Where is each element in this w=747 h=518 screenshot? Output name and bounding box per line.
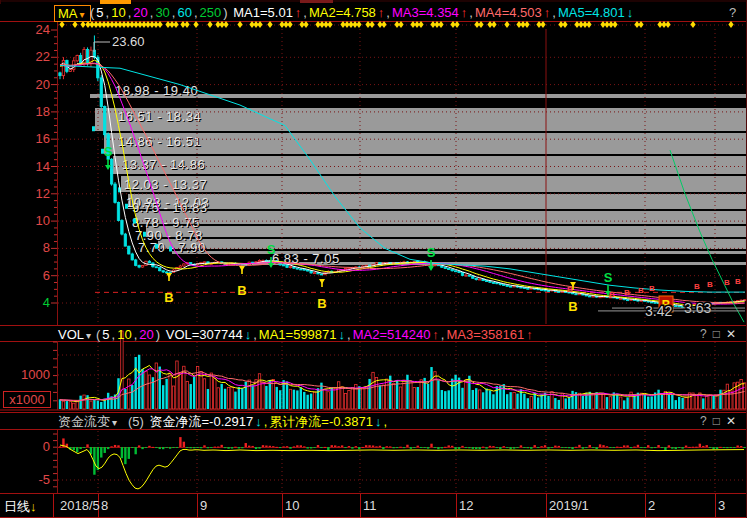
legend-segment: ) (223, 5, 231, 20)
timeline-divider (715, 494, 716, 518)
vol-legend: (5,10,20) VOL=307744↓,MA1=599871↓,MA2=51… (96, 327, 535, 342)
close-icon: ✕ (726, 327, 740, 341)
timeline-label: 8 (101, 498, 108, 513)
mini-buy-tag: B (609, 290, 615, 299)
flow-bars (59, 437, 746, 475)
volume-indicator-header: VOL▾ (5,10,20) VOL=307744↓,MA1=599871↓,M… (0, 327, 747, 344)
legend-segment: ( (90, 5, 94, 20)
legend-segment: , (264, 414, 268, 429)
legend-segment: , (128, 5, 132, 20)
legend-segment: 30 (155, 5, 169, 20)
ma-indicator-dropdown[interactable]: MA▾ (54, 5, 91, 22)
mini-buy-tag: B (724, 278, 730, 287)
stock-chart-app: 18.98 - 19.4016.51 - 18.3414.86 - 16.511… (0, 0, 747, 518)
axis-label: 8 (0, 240, 50, 255)
flow-legend: (5) 资金净流=-0.2917↓,累计净流=-0.3871↓, (128, 414, 389, 429)
legend-segment: ↓ (375, 414, 382, 429)
legend-segment: , (469, 5, 473, 20)
vol-pane-window-icons[interactable]: ?□✕ (700, 327, 742, 342)
legend-segment: , (303, 5, 307, 20)
support-price-label: 3.63 (684, 300, 711, 316)
legend-segment: 5 (96, 5, 103, 20)
flow-cumulative-line (60, 445, 744, 489)
timeline-label: 2019/1 (549, 498, 589, 513)
timeline-divider (546, 494, 547, 518)
legend-segment: MA1=599871 (259, 327, 337, 342)
timeline-divider (282, 494, 283, 518)
help-icon[interactable]: ? (729, 5, 736, 20)
legend-segment: 250 (200, 5, 222, 20)
period-down-arrow-icon: ↓ (30, 499, 37, 514)
timeline-divider (53, 494, 54, 518)
axis-label: 14 (0, 159, 50, 174)
legend-segment: , (441, 327, 445, 342)
axis-label: 24 (0, 22, 50, 37)
legend-segment: , (347, 327, 351, 342)
mini-buy-tag: B (638, 286, 644, 295)
axis-label: 18 (0, 104, 50, 119)
flow-pane-window-icons[interactable]: ?□✕ (700, 414, 742, 429)
legend-segment: ↑ (378, 5, 385, 20)
legend-segment: ↓ (245, 327, 252, 342)
close-icon: ✕ (726, 414, 740, 428)
axis-label: 12 (0, 186, 50, 201)
legend-segment: ↑ (432, 327, 439, 342)
axis-label: 20 (0, 77, 50, 92)
vol-indicator-dropdown[interactable]: VOL▾ (58, 327, 93, 343)
timeline-divider (360, 494, 361, 518)
axis-label: 4 (0, 295, 50, 310)
legend-segment: , (172, 5, 176, 20)
chart-canvas[interactable]: SBBSBSBSBBBBBBBBBB23.603.633.42 (0, 0, 747, 518)
peak-price-label: 23.60 (112, 34, 145, 49)
timeline-label: 2 (648, 498, 655, 513)
axis-label: 6 (0, 268, 50, 283)
legend-segment: , (112, 327, 116, 342)
pane-borders (0, 0, 747, 518)
legend-segment: ↓ (339, 327, 346, 342)
axis-label: 1000 (0, 367, 50, 382)
flow-indicator-dropdown[interactable]: 资金流变▾ (58, 414, 119, 430)
legend-segment: 20 (139, 327, 153, 342)
legend-segment: 20 (133, 5, 147, 20)
period-selector[interactable]: 日线↓ (4, 498, 37, 516)
legend-segment: , (134, 327, 138, 342)
legend-segment: MA1=5.01 (233, 5, 293, 20)
legend-segment: ↑ (295, 5, 302, 20)
legend-segment: ↓ (255, 414, 262, 429)
maximize-icon: □ (713, 414, 724, 428)
timeline-divider (645, 494, 646, 518)
legend-segment: , (106, 5, 110, 20)
volume-unit-label: x1000 (3, 391, 51, 408)
axis-label: 10 (0, 213, 50, 228)
timeline-label: 3 (718, 498, 725, 513)
legend-segment: MA2=4.758 (309, 5, 376, 20)
axis-label: 22 (0, 49, 50, 64)
legend-segment: MA5=4.801 (558, 5, 625, 20)
sell-marker: S (104, 144, 113, 159)
sell-marker: S (427, 245, 436, 260)
legend-segment: 5 (102, 327, 109, 342)
money-flow-indicator-header: 资金流变▾ (5) 资金净流=-0.2917↓,累计净流=-0.3871↓, ?… (0, 414, 747, 431)
buy-marker: B (568, 299, 577, 314)
legend-segment: 60 (177, 5, 191, 20)
legend-segment: , (194, 5, 198, 20)
timeline-divider (197, 494, 198, 518)
legend-segment: ↓ (627, 5, 634, 20)
buy-marker: B (164, 290, 173, 305)
legend-segment: VOL=307744 (166, 327, 243, 342)
timeline-label: 9 (200, 498, 207, 513)
sell-marker: S (267, 242, 276, 257)
mini-buy-tag: B (735, 277, 741, 286)
legend-segment: , (253, 327, 257, 342)
legend-segment: ↑ (544, 5, 551, 20)
buy-marker: B (237, 283, 246, 298)
legend-segment: MA3=4.354 (392, 5, 459, 20)
axis-label: -5 (0, 472, 50, 487)
mini-buy-tag: B (694, 282, 700, 291)
legend-segment: MA2=514240 (353, 327, 431, 342)
help-icon: ? (700, 414, 711, 428)
legend-segment: ↑ (526, 327, 533, 342)
timeline-label: 11 (363, 498, 377, 513)
support-price-label: 3.42 (645, 303, 672, 319)
timeline-status-bar: 日线↓ 2018/5891011122019/123 (0, 494, 747, 518)
